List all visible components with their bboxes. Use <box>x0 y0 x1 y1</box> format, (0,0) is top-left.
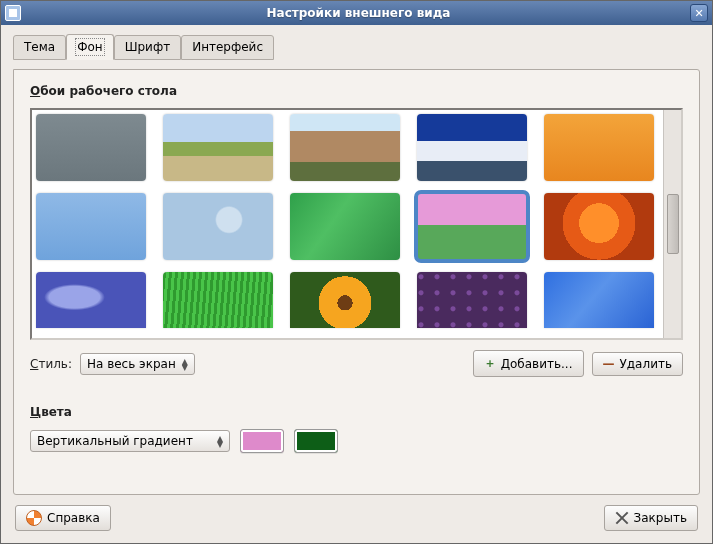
appearance-preferences-window: Настройки внешнего вида ✕ Тема Фон Шрифт… <box>0 0 713 544</box>
color-swatch-1[interactable] <box>240 429 284 453</box>
wallpaper-thumb[interactable] <box>36 193 146 260</box>
tab-font[interactable]: Шрифт <box>114 35 182 60</box>
window-close-button[interactable]: ✕ <box>690 4 708 22</box>
style-combo-value: На весь экран <box>87 357 176 371</box>
remove-button-label: Удалить <box>620 357 673 371</box>
style-label: Стиль: <box>30 357 72 371</box>
wallpaper-scrollbar[interactable] <box>663 110 681 338</box>
close-button[interactable]: Закрыть <box>604 505 698 531</box>
close-icon <box>615 511 629 525</box>
wallpaper-thumb[interactable] <box>290 193 400 260</box>
add-icon: ＋ <box>484 355 496 372</box>
wallpaper-thumb[interactable] <box>290 272 400 328</box>
scrollbar-thumb[interactable] <box>667 194 679 254</box>
wallpaper-thumb[interactable] <box>163 193 273 260</box>
wallpaper-thumb[interactable] <box>36 114 146 181</box>
help-icon <box>26 510 42 526</box>
wallpaper-thumb[interactable] <box>417 114 527 181</box>
help-button-label: Справка <box>47 511 100 525</box>
wallpaper-thumb[interactable] <box>544 272 654 328</box>
remove-button[interactable]: — Удалить <box>592 352 684 376</box>
help-button[interactable]: Справка <box>15 505 111 531</box>
gradient-combo[interactable]: Вертикальный градиент ▴▾ <box>30 430 230 452</box>
colors-row: Вертикальный градиент ▴▾ <box>30 429 683 453</box>
style-combo[interactable]: На весь экран ▴▾ <box>80 353 195 375</box>
wallpaper-thumb[interactable] <box>417 272 527 328</box>
content-area: Тема Фон Шрифт Интерфейс Обои рабочего с… <box>1 25 712 543</box>
updown-icon: ▴▾ <box>182 358 188 370</box>
colors-section-label: Цвета <box>30 405 683 419</box>
color-swatch-2[interactable] <box>294 429 338 453</box>
wallpaper-thumb[interactable] <box>163 272 273 328</box>
wallpaper-thumb[interactable] <box>290 114 400 181</box>
tab-panel-background: Обои рабочего стола Стиль: На весь экран… <box>13 69 700 495</box>
tab-theme[interactable]: Тема <box>13 35 66 60</box>
wallpaper-thumb[interactable] <box>417 193 527 260</box>
wallpaper-scroll <box>32 110 663 338</box>
window-title: Настройки внешнего вида <box>27 6 690 20</box>
wallpapers-section-label: Обои рабочего стола <box>30 84 683 98</box>
add-button-label: Добавить... <box>501 357 573 371</box>
wallpaper-thumb[interactable] <box>544 114 654 181</box>
dialog-footer: Справка Закрыть <box>13 505 700 531</box>
wallpaper-thumb[interactable] <box>544 193 654 260</box>
style-row: Стиль: На весь экран ▴▾ ＋ Добавить... — … <box>30 350 683 377</box>
updown-icon: ▴▾ <box>217 435 223 447</box>
tab-interface[interactable]: Интерфейс <box>181 35 274 60</box>
tab-background[interactable]: Фон <box>66 34 114 60</box>
close-button-label: Закрыть <box>634 511 687 525</box>
titlebar: Настройки внешнего вида ✕ <box>1 1 712 25</box>
app-icon <box>5 5 21 21</box>
wallpaper-list-frame <box>30 108 683 340</box>
tabs: Тема Фон Шрифт Интерфейс <box>13 35 700 60</box>
wallpaper-thumb[interactable] <box>163 114 273 181</box>
wallpaper-thumb[interactable] <box>36 272 146 328</box>
gradient-combo-value: Вертикальный градиент <box>37 434 193 448</box>
wallpaper-grid <box>36 114 659 328</box>
remove-icon: — <box>603 357 615 371</box>
add-button[interactable]: ＋ Добавить... <box>473 350 584 377</box>
